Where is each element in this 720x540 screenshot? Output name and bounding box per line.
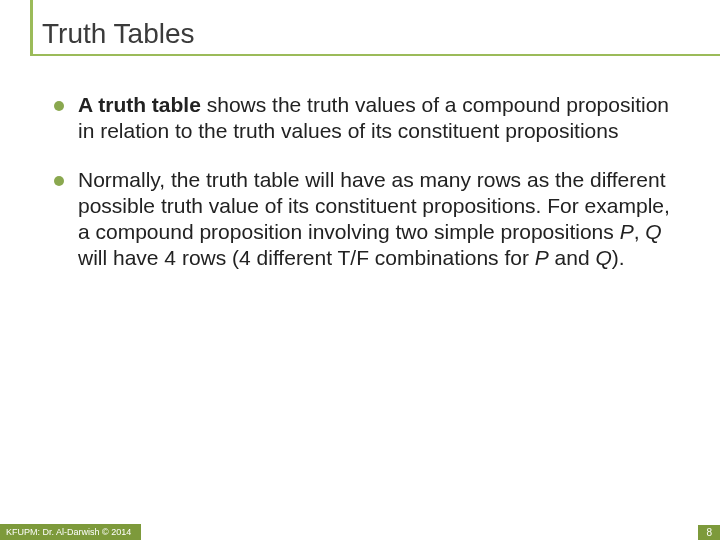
footer-attribution: KFUPM: Dr. Al-Darwish © 2014 (0, 524, 141, 540)
italic-var: P (620, 220, 634, 243)
footer: KFUPM: Dr. Al-Darwish © 2014 8 (0, 522, 720, 540)
text-segment: will have 4 rows (4 different T/F combin… (78, 246, 535, 269)
title-accent-vertical (30, 0, 33, 56)
content-area: A truth table shows the truth values of … (30, 84, 690, 272)
bullet-text: A truth table shows the truth values of … (78, 92, 674, 145)
bullet-text: Normally, the truth table will have as m… (78, 167, 674, 272)
text-segment: and (549, 246, 596, 269)
italic-var: Q (645, 220, 661, 243)
text-segment: , (634, 220, 646, 243)
text-segment: ). (612, 246, 625, 269)
text-segment: Normally, the truth table will have as m… (78, 168, 670, 244)
slide-title: Truth Tables (36, 18, 690, 54)
bullet-icon (54, 176, 64, 186)
bold-term: A truth table (78, 93, 201, 116)
italic-var: P (535, 246, 549, 269)
bullet-icon (54, 101, 64, 111)
slide-number: 8 (698, 525, 720, 540)
bullet-item: Normally, the truth table will have as m… (54, 167, 674, 272)
italic-var: Q (595, 246, 611, 269)
bullet-item: A truth table shows the truth values of … (54, 92, 674, 145)
title-block: Truth Tables (30, 18, 690, 56)
slide: Truth Tables A truth table shows the tru… (0, 0, 720, 540)
title-underline (30, 54, 720, 56)
